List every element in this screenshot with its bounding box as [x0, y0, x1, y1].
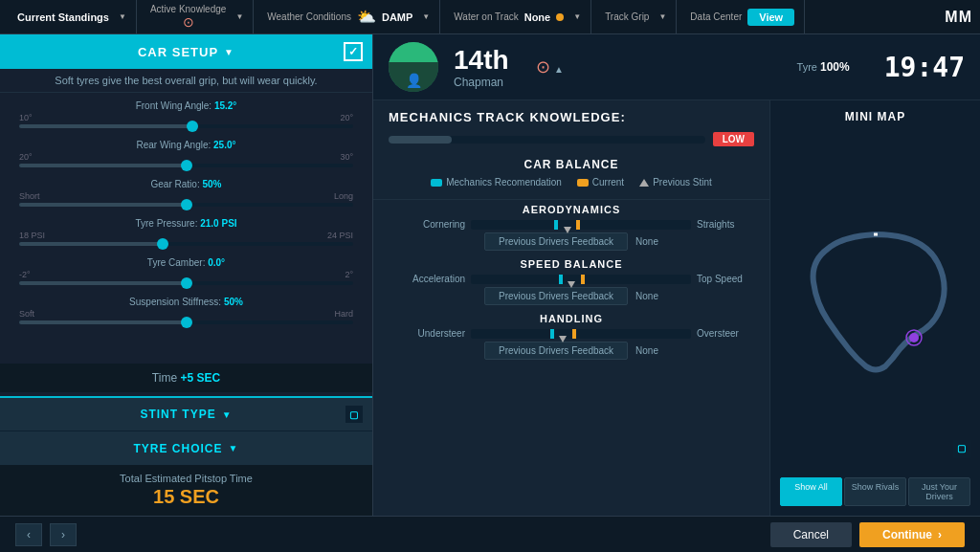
pitstop-label: Total Estimated Pitstop Time — [120, 473, 253, 484]
aero-feedback-button[interactable]: Previous Drivers Feedback — [484, 232, 628, 251]
handling-subsection: HANDLING Understeer Oversteer Previous — [389, 313, 754, 360]
driver-avatar: 👤 — [389, 42, 438, 92]
mechanics-bar — [389, 136, 705, 144]
bottom-bar: ‹ › Cancel Continue › — [0, 516, 980, 552]
mechanics-bar-row: LOW — [389, 132, 754, 146]
tyre-pressure-bounds: 18 PSI 24 PSI — [19, 231, 353, 240]
car-balance-title: CAR BALANCE — [389, 158, 754, 171]
track-grip-dropdown[interactable]: Track Grip ▼ — [595, 0, 677, 33]
tyre-pressure-track[interactable] — [19, 242, 353, 246]
continue-arrow: › — [938, 528, 942, 541]
stint-type-header[interactable]: STINT TYPE ▼ ▢ — [0, 396, 372, 431]
tyre-choice-header[interactable]: TYRE CHOICE ▼ ▢ — [0, 431, 372, 465]
legend-previous: Previous Stint — [639, 177, 712, 188]
balance-area: AERODYNAMICS Cornering Straights Previ — [373, 200, 769, 371]
speed-feedback-button[interactable]: Previous Drivers Feedback — [484, 287, 628, 305]
car-setup-title: CAR SETUP — [138, 45, 218, 59]
speed-feedback-row: Previous Drivers Feedback None — [389, 287, 754, 305]
weather-dropdown[interactable]: Weather Conditions ⛅ DAMP ▼ — [257, 0, 440, 33]
stint-type-icon: ▢ — [345, 406, 363, 423]
tyre-pressure-fill — [19, 242, 163, 246]
rear-wing-thumb[interactable] — [181, 160, 192, 171]
mechanics-fill — [389, 136, 452, 144]
handling-tri-marker — [559, 336, 567, 342]
prev-button[interactable]: ‹ — [15, 523, 42, 546]
speed-teal-marker — [559, 275, 563, 284]
legend-triangle-icon — [639, 179, 649, 187]
rear-wing-slider-row: Rear Wing Angle: 25.0° 20° 30° — [19, 140, 353, 167]
target-icon: ⊙ — [536, 57, 550, 77]
handling-feedback-row: Previous Drivers Feedback None — [389, 342, 754, 360]
suspension-thumb[interactable] — [181, 317, 192, 328]
speed-orange-marker — [581, 275, 585, 284]
tyre-pressure-thumb[interactable] — [157, 238, 168, 250]
suspension-slider-row: Suspension Stiffness: 50% Soft Hard — [19, 297, 353, 324]
aero-track — [471, 220, 691, 230]
water-dropdown[interactable]: Water on Track None ▼ — [444, 0, 591, 33]
gear-ratio-thumb[interactable] — [181, 199, 192, 210]
legend-previous-label: Previous Stint — [653, 177, 712, 188]
rear-wing-track[interactable] — [19, 164, 353, 167]
track-grip-arrow: ▼ — [658, 12, 666, 21]
legend-row: Mechanics Recomendation Current Previous… — [389, 177, 754, 188]
driver-target-label: ▲ — [554, 64, 564, 75]
speed-tri-marker — [568, 281, 575, 288]
water-value: None — [524, 11, 551, 23]
car-setup-check: ✓ — [344, 42, 363, 61]
view-button[interactable]: View — [747, 9, 794, 26]
tyre-camber-thumb[interactable] — [181, 277, 192, 289]
driver-details: 14th Chapman — [454, 45, 509, 89]
front-wing-bounds: 10° 20° — [19, 113, 353, 122]
aero-title: AERODYNAMICS — [389, 204, 754, 215]
front-wing-track[interactable] — [19, 124, 353, 128]
cancel-button[interactable]: Cancel — [770, 522, 852, 547]
gear-ratio-track[interactable] — [19, 203, 353, 207]
tyre-label: Tyre — [797, 61, 817, 73]
speed-title: SPEED BALANCE — [389, 258, 754, 270]
speed-bar-row: Acceleration Top Speed — [389, 274, 754, 284]
front-wing-thumb[interactable] — [187, 121, 198, 132]
weather-icon: ⛅ — [357, 8, 376, 26]
handling-left-label: Understeer — [389, 328, 465, 339]
active-knowledge-icon: ⊙ — [183, 14, 194, 30]
handling-bar-row: Understeer Oversteer — [389, 328, 754, 339]
avatar-hat: 👤 — [389, 42, 438, 92]
show-rivals-button[interactable]: Show Rivals — [844, 477, 906, 506]
legend-mechanics-label: Mechanics Recomendation — [446, 177, 562, 188]
tyre-camber-fill — [19, 281, 187, 285]
time-display: Time +5 SEC — [0, 364, 372, 392]
your-drivers-button[interactable]: Just Your Drivers — [908, 477, 970, 506]
next-button[interactable]: › — [50, 523, 77, 546]
standings-dropdown[interactable]: Current Standings ▼ — [8, 0, 137, 33]
tyre-camber-track[interactable] — [19, 281, 353, 285]
handling-feedback-button[interactable]: Previous Drivers Feedback — [484, 342, 628, 360]
speed-left-label: Acceleration — [389, 274, 465, 284]
legend-teal-icon — [431, 179, 442, 187]
tyre-choice-arrow: ▼ — [229, 443, 239, 453]
tyre-pct: 100% — [820, 60, 850, 74]
legend-orange-icon — [577, 179, 589, 187]
tyre-info: Tyre 100% — [797, 60, 850, 74]
sliders-area: Front Wing Angle: 15.2° 10° 20° Rear Win… — [0, 93, 372, 364]
legend-current-label: Current — [592, 177, 624, 188]
map-filter-row: Show All Show Rivals Just Your Drivers — [780, 477, 970, 506]
car-balance-section: CAR BALANCE Mechanics Recomendation Curr… — [373, 152, 769, 200]
car-setup-header[interactable]: CAR SETUP ▼ ✓ — [0, 34, 372, 69]
driver-name: Chapman — [454, 76, 509, 89]
speed-subsection: SPEED BALANCE Acceleration Top Speed P — [389, 258, 754, 305]
show-all-button[interactable]: Show All — [780, 477, 842, 506]
continue-button[interactable]: Continue › — [859, 522, 965, 547]
standings-label: Current Standings — [17, 11, 109, 23]
gear-ratio-label: Gear Ratio: 50% — [19, 179, 353, 189]
car-setup-arrow: ▼ — [224, 47, 234, 57]
tyre-choice-label: TYRE CHOICE — [134, 442, 223, 455]
driver-info-bar: 👤 14th Chapman ⊙ ▲ Tyre 100% 19:47 — [373, 34, 980, 100]
data-center-section: Data Center View — [680, 0, 805, 33]
mini-map-panel: MINI MAP Show All Show Riva — [769, 100, 980, 516]
suspension-track[interactable] — [19, 320, 353, 324]
knowledge-arrow: ▼ — [235, 12, 243, 21]
right-panel: 👤 14th Chapman ⊙ ▲ Tyre 100% 19:47 — [373, 34, 980, 516]
aero-tri-marker — [564, 227, 571, 233]
handling-teal-marker — [550, 329, 554, 339]
water-indicator — [556, 13, 564, 21]
